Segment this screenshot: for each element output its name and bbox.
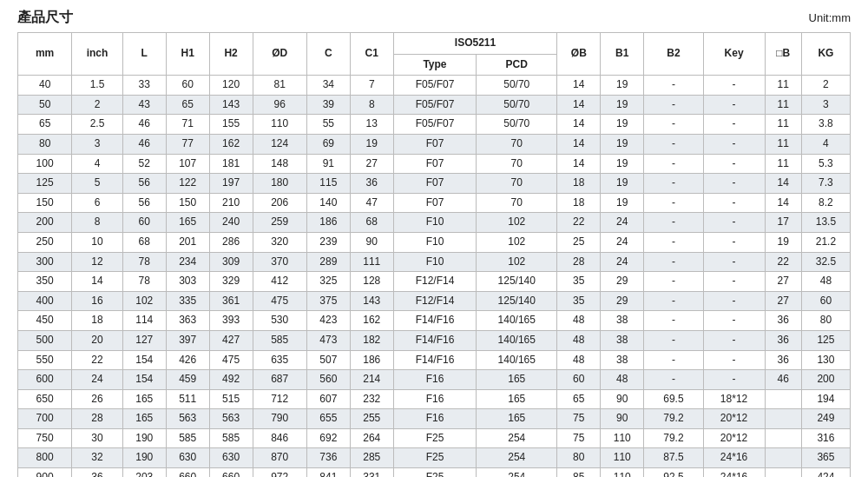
cell-PCD: 165 xyxy=(477,389,557,409)
cell-B2: 79.2 xyxy=(644,409,703,429)
cell-B1: 110 xyxy=(601,448,644,468)
cell-KG: 48 xyxy=(801,272,850,292)
cell-OB: 75 xyxy=(557,428,601,448)
cell-mm: 50 xyxy=(18,95,72,115)
cell-KG: 2 xyxy=(801,76,850,96)
cell-C1: 186 xyxy=(350,350,393,370)
cell-squareB: 11 xyxy=(765,115,801,135)
cell-inch: 5 xyxy=(72,174,123,194)
cell-PCD: 254 xyxy=(477,468,557,477)
cell-C1: 255 xyxy=(350,409,393,429)
cell-mm: 40 xyxy=(18,76,72,96)
cell-B1: 24 xyxy=(601,252,644,272)
cell-Key: 20*12 xyxy=(703,428,765,448)
cell-inch: 20 xyxy=(72,330,123,350)
cell-C1: 47 xyxy=(350,193,393,213)
cell-PCD: 102 xyxy=(477,232,557,252)
cell-C: 560 xyxy=(306,370,350,390)
col-inch: inch xyxy=(72,33,123,76)
cell-Key: - xyxy=(703,174,765,194)
table-row: 65026165511515712607232F16165659069.518*… xyxy=(18,389,851,409)
cell-B2: - xyxy=(644,115,703,135)
cell-L: 68 xyxy=(122,232,166,252)
cell-H1: 397 xyxy=(166,330,209,350)
cell-B1: 110 xyxy=(601,428,644,448)
cell-Key: - xyxy=(703,311,765,331)
cell-KG: 3 xyxy=(801,95,850,115)
unit-label: Unit:mm xyxy=(809,11,851,24)
cell-OB: 65 xyxy=(557,389,601,409)
cell-Type: F07 xyxy=(393,193,477,213)
cell-OD: 412 xyxy=(253,272,306,292)
cell-C: 55 xyxy=(306,115,350,135)
cell-OB: 25 xyxy=(557,232,601,252)
cell-H1: 660 xyxy=(166,468,209,477)
cell-H1: 563 xyxy=(166,409,209,429)
cell-C: 423 xyxy=(306,311,350,331)
cell-KG: 5.3 xyxy=(801,154,850,174)
cell-L: 52 xyxy=(122,154,166,174)
cell-OD: 206 xyxy=(253,193,306,213)
cell-H1: 71 xyxy=(166,115,209,135)
cell-L: 56 xyxy=(122,174,166,194)
cell-B2: - xyxy=(644,272,703,292)
cell-squareB: 46 xyxy=(765,370,801,390)
cell-L: 203 xyxy=(122,468,166,477)
cell-squareB: 19 xyxy=(765,232,801,252)
cell-H1: 60 xyxy=(166,76,209,96)
cell-C: 507 xyxy=(306,350,350,370)
cell-mm: 450 xyxy=(18,311,72,331)
cell-PCD: 102 xyxy=(477,213,557,233)
cell-Type: F07 xyxy=(393,154,477,174)
cell-L: 78 xyxy=(122,272,166,292)
cell-mm: 550 xyxy=(18,350,72,370)
cell-C: 607 xyxy=(306,389,350,409)
cell-C1: 182 xyxy=(350,330,393,350)
cell-OD: 370 xyxy=(253,252,306,272)
cell-B2: - xyxy=(644,350,703,370)
cell-inch: 6 xyxy=(72,193,123,213)
cell-L: 154 xyxy=(122,350,166,370)
cell-inch: 8 xyxy=(72,213,123,233)
cell-mm: 150 xyxy=(18,193,72,213)
cell-C1: 264 xyxy=(350,428,393,448)
cell-L: 46 xyxy=(122,134,166,154)
cell-OB: 48 xyxy=(557,350,601,370)
cell-Type: F25 xyxy=(393,468,477,477)
cell-B1: 110 xyxy=(601,468,644,477)
cell-H1: 303 xyxy=(166,272,209,292)
cell-B2: 92.5 xyxy=(644,468,703,477)
col-L: L xyxy=(122,33,166,76)
cell-H2: 162 xyxy=(209,134,253,154)
cell-H2: 309 xyxy=(209,252,253,272)
cell-Key: - xyxy=(703,291,765,311)
cell-B2: - xyxy=(644,291,703,311)
cell-PCD: 50/70 xyxy=(477,95,557,115)
cell-inch: 1.5 xyxy=(72,76,123,96)
cell-inch: 22 xyxy=(72,350,123,370)
table-row: 80032190630630870736285F252548011087.524… xyxy=(18,448,851,468)
cell-Type: F16 xyxy=(393,370,477,390)
cell-B1: 19 xyxy=(601,174,644,194)
cell-inch: 14 xyxy=(72,272,123,292)
cell-KG: 32.5 xyxy=(801,252,850,272)
cell-H1: 335 xyxy=(166,291,209,311)
cell-KG: 8.2 xyxy=(801,193,850,213)
cell-Type: F10 xyxy=(393,213,477,233)
cell-OB: 80 xyxy=(557,448,601,468)
cell-PCD: 125/140 xyxy=(477,272,557,292)
cell-OD: 96 xyxy=(253,95,306,115)
cell-B1: 90 xyxy=(601,389,644,409)
cell-H1: 107 xyxy=(166,154,209,174)
cell-H1: 77 xyxy=(166,134,209,154)
table-row: 90036203660660972841331F252548511092.524… xyxy=(18,468,851,477)
cell-B2: - xyxy=(644,154,703,174)
table-row: 60024154459492687560214F161656048--46200 xyxy=(18,370,851,390)
cell-B2: - xyxy=(644,76,703,96)
cell-H1: 511 xyxy=(166,389,209,409)
cell-H1: 65 xyxy=(166,95,209,115)
cell-KG: 3.8 xyxy=(801,115,850,135)
cell-B1: 38 xyxy=(601,311,644,331)
cell-mm: 350 xyxy=(18,272,72,292)
dimensions-table: mm inch L H1 H2 ØD C C1 ISO5211 ØB B1 B2… xyxy=(17,32,851,477)
